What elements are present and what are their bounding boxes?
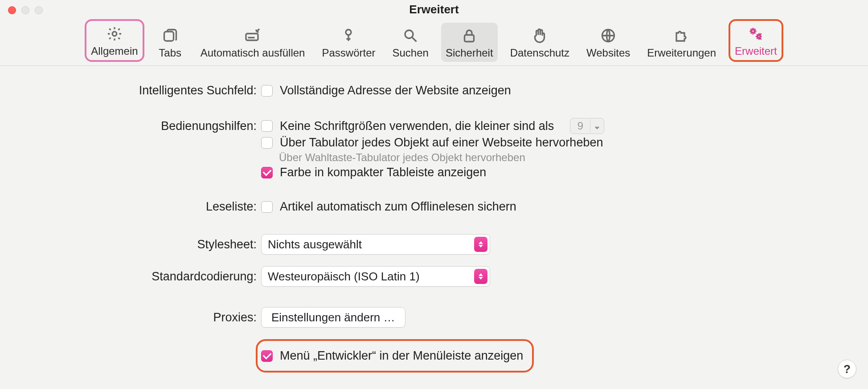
tab-security[interactable]: Sicherheit (441, 23, 498, 62)
readinglist-offline-label: Artikel automatisch zum Offlinelesen sic… (280, 200, 516, 214)
tab-websites-label: Websites (586, 47, 630, 59)
svg-rect-5 (465, 35, 474, 42)
autofill-icon (245, 26, 261, 45)
tab-search-label: Suchen (392, 47, 428, 59)
tab-general[interactable]: Allgemein (85, 19, 144, 62)
readinglist-label: Leseliste: (0, 200, 261, 214)
tab-websites[interactable]: Websites (582, 23, 635, 62)
proxies-label: Proxies: (0, 311, 261, 324)
window-title: Erweitert (0, 0, 868, 19)
svg-point-3 (346, 30, 351, 35)
min-font-value: 9 (570, 120, 590, 132)
gear-icon (106, 24, 123, 43)
show-full-url-checkbox[interactable] (261, 85, 273, 97)
tab-passwords[interactable]: Passwörter (317, 23, 380, 62)
tab-highlight-hint: Über Wahltaste-Tabulator jedes Objekt he… (279, 151, 525, 164)
tabs-icon (162, 26, 178, 45)
encoding-value: Westeuropäisch (ISO Latin 1) (268, 270, 420, 284)
tab-advanced[interactable]: Erweitert (729, 19, 783, 62)
svg-rect-1 (164, 32, 173, 41)
svg-point-4 (405, 30, 413, 38)
stylesheet-select[interactable]: Nichts ausgewählt (261, 234, 490, 255)
svg-point-7 (752, 30, 755, 33)
min-font-label: Keine Schriftgrößen verwenden, die klein… (280, 119, 554, 133)
chevron-down-icon[interactable] (590, 119, 604, 133)
proxies-change-button[interactable]: Einstellungen ändern … (261, 307, 405, 328)
min-font-stepper[interactable]: 9 (570, 118, 604, 134)
hand-icon (532, 26, 548, 45)
updown-icon (474, 269, 487, 284)
updown-icon (474, 237, 487, 252)
window-close-button[interactable] (8, 6, 16, 14)
key-icon (340, 26, 356, 45)
developer-menu-label: Menü „Entwickler“ in der Menüleiste anze… (280, 349, 523, 363)
tab-autofill[interactable]: Automatisch ausfüllen (196, 23, 310, 62)
preferences-toolbar: Allgemein Tabs Automatisch ausfüllen Pas… (0, 19, 868, 66)
tab-security-label: Sicherheit (446, 47, 493, 59)
window-minimize-button[interactable] (21, 6, 29, 14)
gears-icon (748, 24, 764, 43)
help-button[interactable]: ? (838, 360, 856, 378)
readinglist-offline-checkbox[interactable] (261, 201, 273, 213)
compact-tab-color-label: Farbe in kompakter Tableiste anzeigen (280, 166, 486, 179)
developer-menu-checkbox[interactable] (261, 350, 273, 362)
tab-passwords-label: Passwörter (322, 47, 375, 59)
tab-highlight-checkbox[interactable] (261, 137, 273, 149)
svg-point-0 (112, 32, 117, 36)
tab-tabs-label: Tabs (159, 47, 181, 59)
puzzle-icon (674, 26, 690, 45)
window-zoom-button[interactable] (35, 6, 43, 14)
tab-general-label: Allgemein (91, 45, 138, 57)
compact-tab-color-checkbox[interactable] (261, 167, 273, 178)
tab-advanced-label: Erweitert (735, 45, 777, 57)
stylesheet-label: Stylesheet: (0, 238, 261, 251)
tab-privacy[interactable]: Datenschutz (506, 23, 574, 62)
search-icon (402, 26, 418, 45)
lock-icon (461, 26, 477, 45)
encoding-select[interactable]: Westeuropäisch (ISO Latin 1) (261, 266, 490, 287)
titlebar: Erweitert (0, 0, 868, 19)
min-font-checkbox[interactable] (261, 120, 273, 132)
tab-extensions-label: Erweiterungen (647, 47, 716, 59)
tab-privacy-label: Datenschutz (510, 47, 569, 59)
encoding-label: Standardcodierung: (0, 270, 261, 284)
stylesheet-value: Nichts ausgewählt (268, 238, 362, 251)
globe-icon (600, 26, 616, 45)
tab-highlight-label: Über Tabulator jedes Objekt auf einer We… (280, 136, 603, 150)
developer-menu-highlight: Menü „Entwickler“ in der Menüleiste anze… (256, 339, 534, 373)
advanced-settings-form: Intelligentes Suchfeld: Vollständige Adr… (0, 66, 868, 373)
tab-search[interactable]: Suchen (388, 23, 433, 62)
show-full-url-label: Vollständige Adresse der Website anzeige… (280, 84, 511, 97)
tab-tabs[interactable]: Tabs (152, 23, 188, 62)
tab-autofill-label: Automatisch ausfüllen (201, 47, 305, 59)
smart-search-label: Intelligentes Suchfeld: (0, 84, 261, 97)
tab-extensions[interactable]: Erweiterungen (643, 23, 721, 62)
accessibility-label: Bedienungshilfen: (0, 119, 261, 133)
